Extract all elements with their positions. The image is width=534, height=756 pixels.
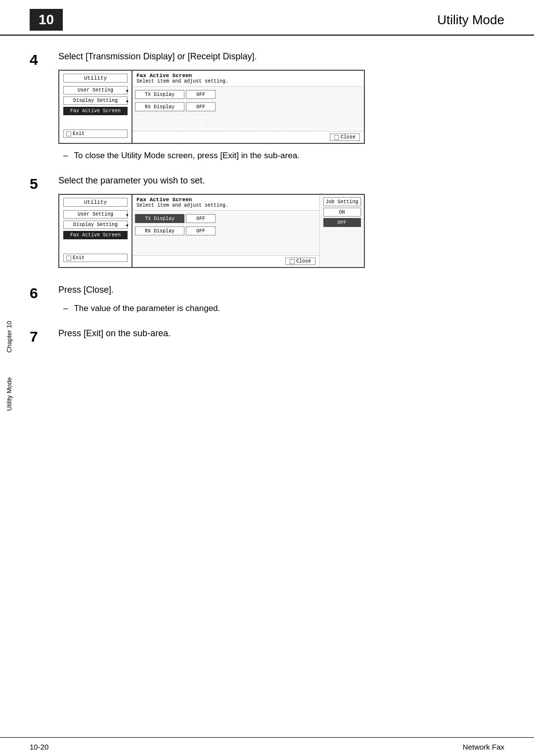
panel-title-1: Fax Active Screen	[136, 73, 360, 79]
menu-item-fax-active-2[interactable]: Fax Active Screen	[63, 231, 128, 239]
exit-icon-1	[66, 132, 71, 136]
third-col-2: Job Setting ON OFF	[319, 195, 364, 267]
menu-item-fax-active-1[interactable]: Fax Active Screen	[63, 107, 128, 115]
rx-label-1[interactable]: RX Display	[135, 102, 184, 111]
left-panel-1: Utility User Setting Display Setting Fax…	[59, 71, 133, 143]
step-6-text: Press [Close].	[58, 284, 504, 296]
chapter-label: Chapter 10	[5, 321, 13, 353]
step-7: 7 Press [Exit] on the sub-area.	[30, 327, 504, 347]
page-footer: 10-20 Network Fax	[0, 737, 534, 756]
sub-bullet-text-4: To close the Utility Mode screen, press …	[74, 151, 299, 161]
rx-value-2[interactable]: OFF	[186, 226, 216, 235]
rx-value-1[interactable]: OFF	[186, 102, 216, 111]
right-panel-1: Fax Active Screen Select item and adjust…	[133, 71, 364, 143]
sub-bullet-dash-4: –	[63, 151, 68, 161]
tx-value-2[interactable]: OFF	[186, 214, 216, 223]
main-content: 4 Select [Transmission Display] or [Rece…	[0, 36, 534, 380]
step-6-number: 6	[30, 284, 48, 313]
screenshot-2: Utility User Setting Display Setting Fax…	[58, 194, 365, 268]
step-4-number: 4	[30, 50, 48, 161]
rx-label-2[interactable]: RX Display	[135, 226, 184, 235]
step-4-sub-bullet: – To close the Utility Mode screen, pres…	[63, 151, 504, 161]
sub-bullet-text-6: The value of the parameter is changed.	[74, 304, 220, 313]
step-7-content: Press [Exit] on the sub-area.	[58, 327, 504, 347]
step-4-text: Select [Transmission Display] or [Receip…	[58, 50, 504, 63]
exit-icon-2	[66, 256, 71, 261]
menu-item-display-setting-2[interactable]: Display Setting	[63, 221, 128, 229]
menu-title-2: Utility	[63, 198, 128, 207]
tx-label-2[interactable]: TX Display	[135, 214, 184, 223]
step-4-content: Select [Transmission Display] or [Receip…	[58, 50, 504, 161]
exit-btn-1[interactable]: Exit	[63, 130, 128, 138]
third-col-job-setting[interactable]: Job Setting	[323, 197, 361, 206]
step-5-content: Select the parameter you wish to set. Ut…	[58, 175, 504, 270]
display-row-tx-2: TX Display OFF	[135, 213, 317, 224]
step-6-sub-bullet: – The value of the parameter is changed.	[63, 304, 504, 313]
close-icon-1	[334, 135, 339, 140]
panel-subtitle-1: Select item and adjust setting.	[136, 79, 360, 84]
close-btn-2[interactable]: Close	[285, 258, 315, 265]
menu-item-user-setting-1[interactable]: User Setting	[63, 86, 128, 94]
page-header: 10 Utility Mode	[0, 0, 534, 36]
step-6: 6 Press [Close]. – The value of the para…	[30, 284, 504, 313]
header-title: Utility Mode	[437, 12, 504, 28]
close-btn-area-1: Close	[133, 131, 364, 143]
step-5-number: 5	[30, 175, 48, 270]
panel-header-1: Fax Active Screen Select item and adjust…	[133, 71, 364, 87]
step-7-text: Press [Exit] on the sub-area.	[58, 327, 504, 340]
close-btn-1[interactable]: Close	[330, 133, 360, 141]
display-row-rx-2: RX Display OFF	[135, 225, 317, 236]
grid-area-1: TX Display OFF RX Display OFF	[133, 87, 364, 131]
tx-label-1[interactable]: TX Display	[135, 90, 184, 99]
panel-header-2: Fax Active Screen Select item and adjust…	[133, 195, 319, 211]
left-panel-2: Utility User Setting Display Setting Fax…	[59, 195, 133, 267]
menu-title-1: Utility	[63, 74, 128, 83]
sub-bullet-dash-6: –	[63, 304, 68, 313]
close-icon-2	[290, 259, 295, 264]
display-row-tx-1: TX Display OFF	[135, 89, 361, 100]
mode-label: Utility Mode	[5, 377, 13, 411]
third-col-on[interactable]: ON	[323, 208, 361, 217]
panel-subtitle-2: Select item and adjust setting.	[136, 203, 315, 208]
step-6-content: Press [Close]. – The value of the parame…	[58, 284, 504, 313]
step-7-number: 7	[30, 327, 48, 347]
page-number-box: 10	[30, 9, 63, 31]
display-row-rx-1: RX Display OFF	[135, 101, 361, 112]
tx-value-1[interactable]: OFF	[186, 90, 216, 99]
close-btn-area-2: Close	[133, 255, 319, 267]
step-5-text: Select the parameter you wish to set.	[58, 175, 504, 187]
menu-item-display-setting-1[interactable]: Display Setting	[63, 96, 128, 105]
third-col-off[interactable]: OFF	[323, 218, 361, 227]
grid-area-2: TX Display OFF RX Display OFF	[133, 211, 319, 255]
panel-title-2: Fax Active Screen	[136, 197, 315, 203]
step-5: 5 Select the parameter you wish to set. …	[30, 175, 504, 270]
footer-section: Network Fax	[463, 743, 504, 751]
exit-btn-2[interactable]: Exit	[63, 254, 128, 262]
screenshot-1: Utility User Setting Display Setting Fax…	[58, 70, 365, 144]
step-4: 4 Select [Transmission Display] or [Rece…	[30, 50, 504, 161]
right-panel-2: Fax Active Screen Select item and adjust…	[133, 195, 319, 267]
footer-page-number: 10-20	[30, 743, 48, 751]
menu-item-user-setting-2[interactable]: User Setting	[63, 210, 128, 219]
